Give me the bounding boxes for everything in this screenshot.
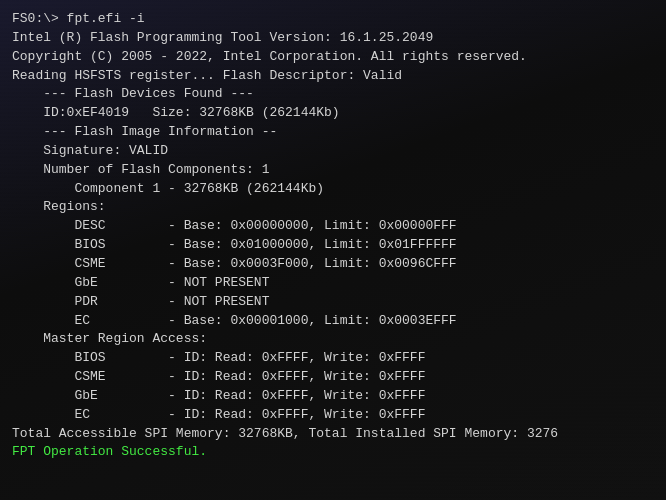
terminal-line-region-ec: EC - Base: 0x00001000, Limit: 0x0003EFFF bbox=[12, 312, 654, 331]
terminal-content: FS0:\> fpt.efi -iIntel (R) Flash Program… bbox=[12, 10, 654, 462]
terminal-line-total-mem: Total Accessible SPI Memory: 32768KB, To… bbox=[12, 425, 654, 444]
terminal-line-tool-name: Intel (R) Flash Programming Tool Version… bbox=[12, 29, 654, 48]
terminal-line-component1: Component 1 - 32768KB (262144Kb) bbox=[12, 180, 654, 199]
terminal-line-region-csme: CSME - Base: 0x0003F000, Limit: 0x0096CF… bbox=[12, 255, 654, 274]
terminal-line-region-bios: BIOS - Base: 0x01000000, Limit: 0x01FFFF… bbox=[12, 236, 654, 255]
terminal-line-master-csme: CSME - ID: Read: 0xFFFF, Write: 0xFFFF bbox=[12, 368, 654, 387]
terminal-line-reading: Reading HSFSTS register... Flash Descrip… bbox=[12, 67, 654, 86]
terminal-line-regions-label: Regions: bbox=[12, 198, 654, 217]
terminal-line-region-pdr: PDR - NOT PRESENT bbox=[12, 293, 654, 312]
terminal-line-region-desc: DESC - Base: 0x00000000, Limit: 0x00000F… bbox=[12, 217, 654, 236]
terminal-window: FS0:\> fpt.efi -iIntel (R) Flash Program… bbox=[0, 0, 666, 500]
terminal-line-image-header: --- Flash Image Information -- bbox=[12, 123, 654, 142]
terminal-line-num-components: Number of Flash Components: 1 bbox=[12, 161, 654, 180]
terminal-line-master-gbe: GbE - ID: Read: 0xFFFF, Write: 0xFFFF bbox=[12, 387, 654, 406]
terminal-line-master-bios: BIOS - ID: Read: 0xFFFF, Write: 0xFFFF bbox=[12, 349, 654, 368]
terminal-line-region-gbe: GbE - NOT PRESENT bbox=[12, 274, 654, 293]
terminal-line-device-id: ID:0xEF4019 Size: 32768KB (262144Kb) bbox=[12, 104, 654, 123]
terminal-line-success: FPT Operation Successful. bbox=[12, 443, 654, 462]
terminal-line-copyright: Copyright (C) 2005 - 2022, Intel Corpora… bbox=[12, 48, 654, 67]
terminal-line-devices-header: --- Flash Devices Found --- bbox=[12, 85, 654, 104]
terminal-line-master-label: Master Region Access: bbox=[12, 330, 654, 349]
terminal-line-prompt: FS0:\> fpt.efi -i bbox=[12, 10, 654, 29]
terminal-line-master-ec: EC - ID: Read: 0xFFFF, Write: 0xFFFF bbox=[12, 406, 654, 425]
terminal-line-signature: Signature: VALID bbox=[12, 142, 654, 161]
